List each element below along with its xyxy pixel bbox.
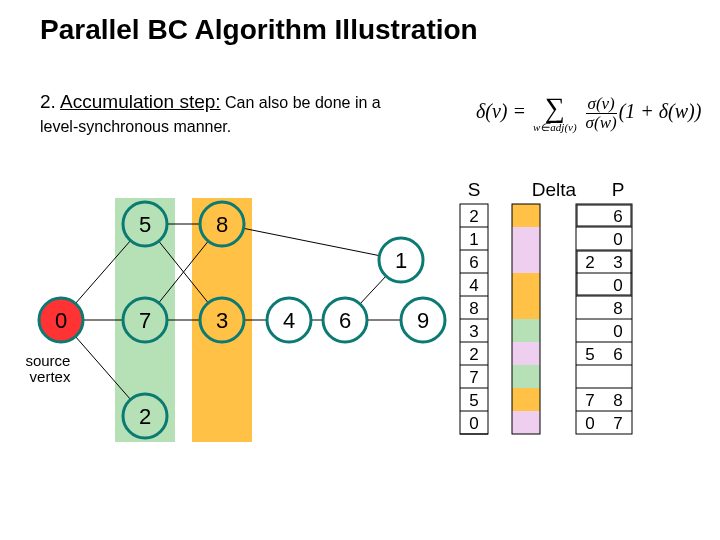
node-5: 5 [123,202,167,246]
source-label: source vertex [25,352,74,385]
s-cell: 3 [469,322,478,341]
p-cell: 3 [613,253,622,272]
header-s: S [468,180,481,200]
svg-text:8: 8 [216,212,228,237]
node-7: 7 [123,298,167,342]
svg-rect-52 [512,411,540,434]
node-9: 9 [401,298,445,342]
svg-rect-44 [512,227,540,250]
svg-rect-50 [512,365,540,388]
svg-text:3: 3 [216,308,228,333]
step-text: 2. Accumulation step: Can also be done i… [40,90,381,138]
s-cell: 5 [469,391,478,410]
svg-text:2: 2 [139,404,151,429]
s-cell: 1 [469,230,478,249]
svg-rect-51 [512,388,540,411]
svg-text:7: 7 [139,308,151,333]
svg-rect-49 [512,342,540,365]
s-column: 2164832750 [460,204,488,434]
node-0: 0 [39,298,83,342]
p-cell: 6 [613,207,622,226]
delta-column [512,204,540,434]
diagram-canvas: 0 5 7 2 8 3 4 6 [20,180,700,520]
node-3: 3 [200,298,244,342]
svg-rect-46 [512,273,540,296]
p-column: 6023080567807 [576,204,632,434]
formula: δ(v) = ∑ w∈adj(v) σ(v) σ(w) (1 + δ(w)) [476,94,701,133]
node-6: 6 [323,298,367,342]
p-cell: 5 [585,345,594,364]
node-2: 2 [123,394,167,438]
node-1: 1 [379,238,423,282]
s-cell: 2 [469,345,478,364]
svg-text:0: 0 [55,308,67,333]
s-cell: 6 [469,253,478,272]
p-cell: 2 [585,253,594,272]
p-cell: 7 [585,391,594,410]
p-cell: 8 [613,299,622,318]
svg-rect-43 [512,204,540,227]
svg-rect-45 [512,250,540,273]
p-cell: 6 [613,345,622,364]
node-8: 8 [200,202,244,246]
p-cell: 7 [613,414,622,433]
p-cell: 0 [613,322,622,341]
page-title: Parallel BC Algorithm Illustration [40,14,478,46]
svg-rect-47 [512,296,540,319]
s-cell: 4 [469,276,478,295]
svg-text:9: 9 [417,308,429,333]
p-cell: 0 [585,414,594,433]
header-p: P [612,180,625,200]
svg-text:5: 5 [139,212,151,237]
s-cell: 0 [469,414,478,433]
svg-text:4: 4 [283,308,295,333]
s-cell: 8 [469,299,478,318]
s-cell: 2 [469,207,478,226]
s-cell: 7 [469,368,478,387]
p-cell: 0 [613,230,622,249]
p-cell: 0 [613,276,622,295]
node-4: 4 [267,298,311,342]
svg-text:1: 1 [395,248,407,273]
header-delta: Delta [532,180,577,200]
svg-text:6: 6 [339,308,351,333]
svg-rect-48 [512,319,540,342]
p-cell: 8 [613,391,622,410]
